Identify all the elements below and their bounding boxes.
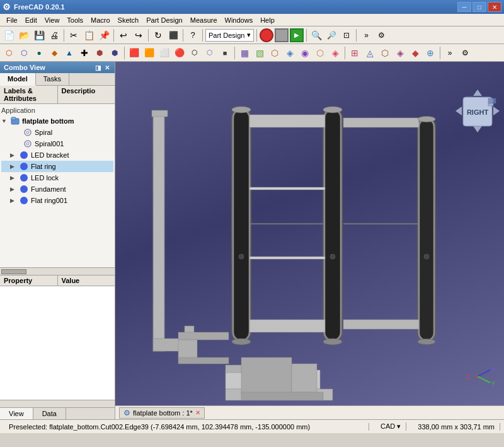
tb2-btn20[interactable]: ◉ xyxy=(298,46,312,60)
tb2-btn5[interactable]: ▲ xyxy=(62,46,76,60)
tb2-btn4[interactable]: ◆ xyxy=(47,46,61,60)
property-body[interactable] xyxy=(0,286,115,400)
tb2-btn15[interactable]: ■ xyxy=(218,46,232,60)
refresh-button[interactable]: ↻ xyxy=(151,28,165,42)
tree-expand-fundament[interactable]: ▶ xyxy=(10,186,19,192)
tb2-btn19[interactable]: ◈ xyxy=(283,46,297,60)
tb2-btn13[interactable]: ⬡ xyxy=(188,46,202,60)
tab-model[interactable]: Model xyxy=(0,73,36,86)
menu-view[interactable]: View xyxy=(41,15,64,25)
tb2-btn12[interactable]: 🔴 xyxy=(173,46,186,60)
combo-view-title: Combo View xyxy=(4,64,45,71)
tb2-btn14[interactable]: ⬡ xyxy=(203,46,217,60)
tb2-more[interactable]: » xyxy=(443,46,457,60)
tb2-btn6[interactable]: ✚ xyxy=(77,46,91,60)
help-button[interactable]: ? xyxy=(186,28,200,42)
close-model-icon[interactable]: ✕ xyxy=(195,409,200,416)
tb2-btn25[interactable]: ⬡ xyxy=(378,46,392,60)
menu-macro[interactable]: Macro xyxy=(87,15,114,25)
play-button[interactable]: ▶ xyxy=(290,28,304,42)
tb2-btn18[interactable]: ⬡ xyxy=(268,46,282,60)
tree-item-flat-ring001[interactable]: ▶ Flat ring001 xyxy=(1,195,113,206)
redo-button[interactable]: ↪ xyxy=(132,28,146,42)
tb2-btn16[interactable]: ▦ xyxy=(238,46,251,60)
paste-button[interactable]: 📌 xyxy=(97,28,111,42)
zoom-in-button[interactable]: 🔍 xyxy=(309,28,323,42)
zoom-fit-button[interactable]: ⊡ xyxy=(340,28,353,42)
tree-item-spiral001[interactable]: Spiral001 xyxy=(1,138,113,149)
minimize-button[interactable]: ─ xyxy=(457,2,471,12)
tb2-btn24[interactable]: ◬ xyxy=(363,46,377,60)
open-button[interactable]: 📂 xyxy=(17,28,31,42)
tb2-settings[interactable]: ⚙ xyxy=(458,46,472,60)
property-scrollbar[interactable] xyxy=(0,400,115,407)
tb2-btn8[interactable]: ⬢ xyxy=(108,46,122,60)
svg-rect-50 xyxy=(178,332,229,340)
preferences-button[interactable]: ⚙ xyxy=(374,28,388,42)
tb2-sep1 xyxy=(124,47,125,59)
tree-area[interactable]: Application ▼ flatplate bottom Spiral Sp… xyxy=(0,104,115,267)
tab-tasks[interactable]: Tasks xyxy=(36,73,69,85)
tree-expand-led-lock[interactable]: ▶ xyxy=(10,175,19,181)
tb2-btn28[interactable]: ⊕ xyxy=(423,46,437,60)
undo-button[interactable]: ↩ xyxy=(117,28,130,42)
zoom-out-button[interactable]: 🔎 xyxy=(324,28,338,42)
workbench-dropdown[interactable]: Part Design ▾ xyxy=(205,29,254,42)
tree-expand-flat-ring[interactable]: ▶ xyxy=(10,163,19,170)
menu-windows[interactable]: Windows xyxy=(221,15,257,25)
tb2-btn27[interactable]: ◆ xyxy=(408,46,422,60)
stop-button[interactable]: ⬛ xyxy=(166,28,180,42)
maximize-button[interactable]: □ xyxy=(472,2,486,12)
new-button[interactable]: 📄 xyxy=(2,28,16,42)
svg-rect-18 xyxy=(152,110,168,117)
menu-measure[interactable]: Measure xyxy=(186,15,221,25)
menu-sketch[interactable]: Sketch xyxy=(114,15,143,25)
tb2-btn1[interactable]: ⬡ xyxy=(2,46,16,60)
tree-expand-flat-ring001[interactable]: ▶ xyxy=(10,197,19,204)
menu-partdesign[interactable]: Part Design xyxy=(142,15,186,25)
tree-item-led-lock[interactable]: ▶ LED lock xyxy=(1,172,113,183)
tb2-btn23[interactable]: ⊞ xyxy=(348,46,362,60)
svg-point-37 xyxy=(232,107,251,113)
menu-tools[interactable]: Tools xyxy=(63,15,87,25)
tab-data[interactable]: Data xyxy=(33,408,66,419)
save-button[interactable]: 💾 xyxy=(32,28,46,42)
tb2-btn26[interactable]: ◈ xyxy=(393,46,407,60)
combo-undock-button[interactable]: ◨ xyxy=(94,64,102,71)
more-button[interactable]: » xyxy=(359,28,373,42)
tree-scrollbar-thumb[interactable] xyxy=(1,269,26,274)
tb2-btn22[interactable]: ◈ xyxy=(328,46,342,60)
tb2-btn21[interactable]: ⬡ xyxy=(313,46,327,60)
copy-button[interactable]: 📋 xyxy=(82,28,96,42)
tree-scrollbar-h[interactable] xyxy=(0,267,115,275)
cad-label: CAD xyxy=(381,422,395,430)
cad-dropdown-icon[interactable]: ▾ xyxy=(397,422,401,430)
tree-item-fundament[interactable]: ▶ Fundament xyxy=(1,183,113,195)
tree-item-spiral[interactable]: Spiral xyxy=(1,127,113,138)
print-button[interactable]: 🖨 xyxy=(47,28,61,42)
tree-text-fundament: Fundament xyxy=(31,185,66,193)
tree-item-flat-ring[interactable]: ▶ Flat ring xyxy=(1,161,113,172)
tab-view[interactable]: View xyxy=(0,408,33,419)
tb2-btn2[interactable]: ⬡ xyxy=(17,46,31,60)
menu-edit[interactable]: Edit xyxy=(21,15,41,25)
tree-expand-flatplate[interactable]: ▼ xyxy=(1,118,10,124)
viewport[interactable]: RIGHT X Y Z xyxy=(115,62,504,419)
tb2-btn17[interactable]: ▧ xyxy=(253,46,266,60)
tb2-btn7[interactable]: ⬢ xyxy=(93,46,106,60)
tb2-btn11[interactable]: ⬜ xyxy=(158,46,171,60)
menu-file[interactable]: File xyxy=(3,15,21,25)
tb2-btn10[interactable]: 🟧 xyxy=(142,46,156,60)
close-button[interactable]: ✕ xyxy=(488,2,501,12)
record-button[interactable] xyxy=(260,28,273,42)
menu-help[interactable]: Help xyxy=(256,15,278,25)
model-tab[interactable]: ⚙ flatplate bottom : 1* ✕ xyxy=(119,407,205,419)
tree-item-flatplate[interactable]: ▼ flatplate bottom xyxy=(1,115,113,127)
tree-expand-led-bracket[interactable]: ▶ xyxy=(10,152,19,158)
stop2-button[interactable] xyxy=(275,28,289,42)
tb2-btn3[interactable]: ● xyxy=(32,46,46,60)
tree-item-led-bracket[interactable]: ▶ LED bracket xyxy=(1,149,113,161)
tb2-btn9[interactable]: 🟥 xyxy=(127,46,141,60)
combo-close-button[interactable]: ✕ xyxy=(103,64,111,71)
cut-button[interactable]: ✂ xyxy=(67,28,81,42)
